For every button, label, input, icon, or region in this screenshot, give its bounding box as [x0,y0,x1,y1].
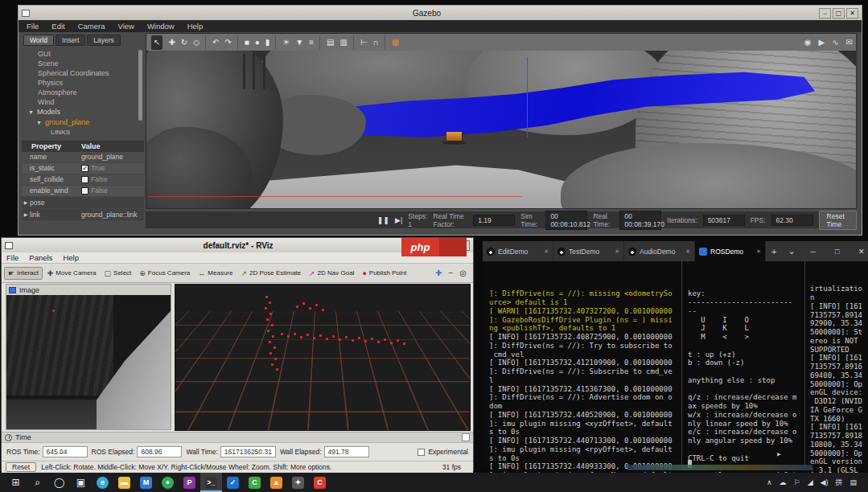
terminal-maximize-button[interactable]: □ [825,248,849,256]
remove-tool-icon[interactable]: − [448,269,453,277]
record-icon[interactable]: ▶ [819,38,825,47]
task-view-button[interactable]: ▣ [70,473,92,492]
terminal-app-icon[interactable]: >_ [200,473,222,492]
tab-editdemo[interactable]: EditDemo [483,241,553,261]
steps-label[interactable]: Steps: 1 [408,212,427,228]
property-row[interactable]: enable_wind False [22,186,144,197]
notifications-icon[interactable]: ⚐ [794,478,800,486]
gazebo-menu-item[interactable]: View [117,22,134,31]
step-button[interactable]: ▶| [395,216,402,224]
snap-icon[interactable]: ∩ [373,35,379,50]
tab-insert[interactable]: Insert [56,35,85,46]
translate-mode-icon[interactable]: ✚ [168,35,175,50]
gazebo-menu-item[interactable]: Camera [78,22,105,31]
redo-icon[interactable]: ↷ [224,35,231,50]
terminal-close-button[interactable]: ✕ [849,248,868,256]
topic-visualization-icon[interactable]: ✉ [846,38,853,47]
tab-audiodemo[interactable]: AudioDemo [624,241,695,261]
tab-layers[interactable]: Layers [87,35,121,46]
collapse-arrow-icon[interactable] [28,108,37,116]
volume-icon[interactable]: ◀) [821,478,829,486]
plot-icon[interactable]: ∿ [832,38,838,47]
align-icon[interactable]: ⊢ [353,35,368,50]
point-light-icon[interactable]: ☀ [275,35,290,50]
start-button[interactable]: ⊞ [5,473,27,492]
gazebo-menu-item[interactable]: Window [147,22,175,31]
property-checkbox[interactable] [81,165,88,172]
directional-light-icon[interactable]: ≡ [309,35,314,50]
screenshot-icon[interactable]: ◉ [804,38,812,47]
search-button[interactable]: ⌕ [27,473,48,492]
tree-item-models[interactable]: Models [27,107,144,117]
penguin-app-icon[interactable]: ▲ [265,473,287,492]
mail-app-icon[interactable]: M [135,473,157,492]
copy-icon[interactable]: ▤ [319,35,334,50]
edge-browser-icon[interactable]: e [92,473,113,492]
robot-model[interactable] [446,131,463,141]
tree-item[interactable]: Wind [27,97,144,107]
focus-camera-tool[interactable]: ⊕ Focus Camera [136,267,193,280]
gazebo-viewport[interactable]: ↖✚↻◇↶↷■●▮☀▼≡▤▥⊢∩▦ ◉▶∿✉ [146,33,857,209]
tree-item-links[interactable]: LINKS [27,128,144,137]
collapse-arrow-icon[interactable] [36,118,45,126]
file-explorer-icon[interactable]: ▬ [113,473,135,492]
rviz-titlebar[interactable]: default.rviz* - RViz php ✕ [2,238,473,252]
tab-world[interactable]: World [23,35,54,46]
gazebo-window-button[interactable]: ▢ [833,8,845,18]
office-app-icon[interactable]: P [179,473,200,492]
onedrive-icon[interactable]: ☁ [780,478,787,486]
rviz-menu-item[interactable]: File [6,253,19,262]
gazebo-window-button[interactable]: – [819,8,831,18]
property-checkbox[interactable] [81,187,88,195]
rotate-mode-icon[interactable]: ↻ [181,35,187,50]
tree-item[interactable]: Scene [27,59,144,68]
tab-testdemo[interactable]: TestDemo [553,241,624,261]
add-tool-icon[interactable]: ✚ [435,269,442,277]
green-circle-app-icon[interactable]: ● [157,473,179,492]
publish-point-tool[interactable]: ● Publish Point [359,267,409,280]
tree-item[interactable]: Physics [27,78,144,88]
tray-chevron-icon[interactable]: ∧ [767,478,772,486]
gazebo-window-button[interactable]: ✕ [846,8,858,18]
rviz-3d-view[interactable] [175,284,471,431]
move-camera-tool[interactable]: ✚ Move Camera [44,267,100,280]
ime-indicator[interactable]: 拼 [835,478,842,488]
tool-properties-icon[interactable]: ◎ [459,269,467,277]
tree-item[interactable]: Spherical Coordinates [27,68,144,78]
cortana-button[interactable]: ◯ [48,473,70,492]
nav-goal-tool[interactable]: ↗ 2D Nav Goal [306,267,357,280]
property-checkbox[interactable] [81,176,88,183]
touch-keyboard-icon[interactable]: ▤ [849,478,857,486]
building-editor-icon[interactable]: ▦ [385,35,399,50]
tree-scrollbar[interactable] [138,50,142,121]
tree-item-ground-plane[interactable]: ground_plane [27,117,144,128]
tree-item[interactable]: Atmosphere [27,88,144,97]
tree-item[interactable]: GUI [27,49,144,59]
reset-time-button[interactable]: Reset Time [819,211,857,230]
property-row[interactable]: self_collide False [22,174,144,186]
gazebo-menu-item[interactable]: Help [187,22,204,31]
paste-icon[interactable]: ▥ [339,35,347,50]
network-icon[interactable]: ◢ [808,478,813,486]
select-mode-icon[interactable]: ↖ [151,35,162,50]
rviz-menu-item[interactable]: Panels [29,253,52,262]
spot-light-icon[interactable]: ▼ [295,35,303,50]
terminal-minimize-button[interactable]: ─ [801,248,825,256]
property-row[interactable]: is_static True [22,163,144,174]
pause-button[interactable]: ❚❚ [377,216,389,224]
property-row[interactable]: pose [22,197,144,209]
pose-estimate-tool[interactable]: ↗ 2D Pose Estimate [237,267,304,280]
green-c-app-icon[interactable]: C [244,473,265,492]
panel-detach-button[interactable] [462,433,470,441]
interact-tool[interactable]: ☛ Interact [4,267,43,280]
select-tool[interactable]: ▢ Select [101,267,135,280]
measure-tool[interactable]: ↔ Measure [195,267,236,280]
scale-mode-icon[interactable]: ◇ [193,35,200,50]
property-row[interactable]: link ground_plane::link [22,209,144,221]
gazebo-3d-scene[interactable] [146,51,856,208]
rviz-menu-item[interactable]: Help [63,253,79,262]
experimental-checkbox[interactable] [418,449,425,456]
terminal-content[interactable]: ]: DiffDrive(ns = //): missing <odometry… [483,261,868,470]
box-shape-icon[interactable]: ■ [237,35,249,50]
sphere-shape-icon[interactable]: ● [255,35,260,50]
